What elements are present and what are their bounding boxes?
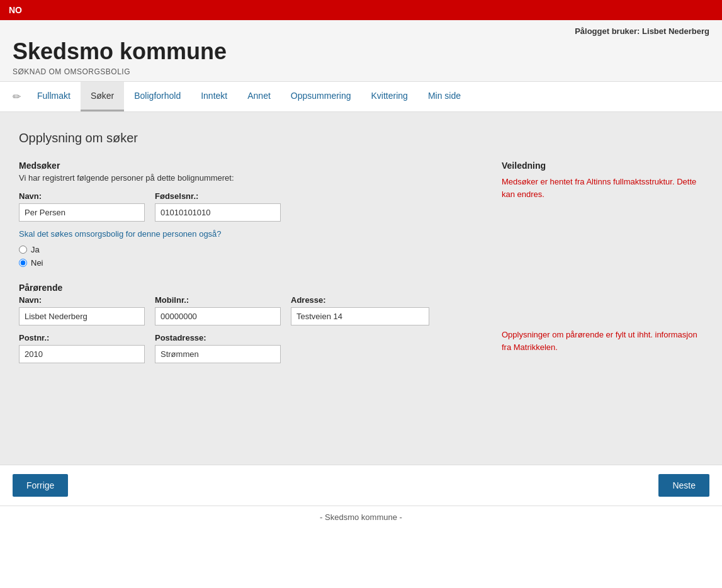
paarorende-adresse-group: Adresse: [291,295,429,325]
medsoeker-fields-row: Navn: Fødselsnr.: [19,191,477,222]
radio-ja-label[interactable]: Ja [19,245,477,254]
form-right: Veiledning Medsøker er hentet fra Altinn… [502,161,703,371]
veiledning-title: Veiledning [502,161,703,171]
footer-text: - Skedsmo kommune - [320,512,402,522]
paarorende-postnr-group: Postnr.: [19,333,145,363]
veiledning-text: Medsøker er hentet fra Altinns fullmakts… [502,176,703,200]
paarorende-info-text: Opplysninger om pårørende er fylt ut ihh… [502,329,703,353]
paarorende-name-group: Navn: [19,295,145,325]
nav-tabs: Fullmakt Søker Boligforhold Inntekt Anne… [27,82,471,111]
tab-fullmakt[interactable]: Fullmakt [27,82,81,111]
logged-in-user: Lisbet Nederberg [642,26,709,36]
medsoeker-name-group: Navn: [19,191,145,222]
veiledning-box: Veiledning Medsøker er hentet fra Altinn… [502,161,703,200]
medsoeker-desc: Vi har registrert følgende personer på d… [19,173,477,183]
paarorende-row2: Postnr.: Postadresse: [19,333,477,363]
logged-in-label: Pålogget bruker: [575,26,640,36]
radio-ja[interactable] [19,246,27,254]
medsoekerr-title: Medsøker [19,161,477,171]
neste-button[interactable]: Neste [658,474,709,497]
tab-oppsummering[interactable]: Oppsummering [281,82,361,111]
header-user-info: Pålogget bruker: Lisbet Nederberg [13,26,709,36]
tab-soker[interactable]: Søker [81,82,124,111]
medsoeker-name-input[interactable] [19,203,145,222]
paarorende-postnr-label: Postnr.: [19,333,145,342]
footer: - Skedsmo kommune - [0,506,722,528]
header: Pålogget bruker: Lisbet Nederberg Skedsm… [0,20,722,82]
radio-ja-text: Ja [31,245,40,254]
site-title: Skedsmo kommune [13,38,709,65]
tab-inntekt[interactable]: Inntekt [191,82,237,111]
radio-nei[interactable] [19,259,27,267]
paarorende-section: Pårørende Navn: Mobilnr.: Adresse: [19,283,477,363]
tab-boligforhold[interactable]: Boligforhold [124,82,191,111]
form-layout: Medsøker Vi har registrert følgende pers… [19,161,703,371]
top-bar: NO [0,0,722,20]
form-left: Medsøker Vi har registrert følgende pers… [19,161,477,371]
paarorende-mobil-group: Mobilnr.: [155,295,281,325]
paarorende-row1: Navn: Mobilnr.: Adresse: [19,295,477,325]
omsorgsbolig-question: Skal det søkes omsorgsbolig for denne pe… [19,229,477,239]
language-label: NO [9,5,22,15]
paarorende-name-label: Navn: [19,295,145,305]
paarorende-postadresse-label: Postadresse: [155,333,281,342]
medsoeker-name-label: Navn: [19,191,145,201]
paarorende-veiledning-box: Opplysninger om pårørende er fylt ut ihh… [502,326,703,353]
paarorende-adresse-input[interactable] [291,307,429,325]
medsoeker-foedsel-input[interactable] [155,203,281,222]
tab-annet[interactable]: Annet [237,82,281,111]
right-sections: Veiledning Medsøker er hentet fra Altinn… [502,161,703,353]
medsoeker-foedsel-label: Fødselsnr.: [155,191,281,201]
navigation: ✏ Fullmakt Søker Boligforhold Inntekt An… [0,82,722,112]
paarorende-mobil-input[interactable] [155,307,281,325]
forrige-button[interactable]: Forrige [13,474,68,497]
medsoeker-foedsel-group: Fødselsnr.: [155,191,281,222]
main-content: Opplysning om søker Medsøker Vi har regi… [0,112,722,465]
bottom-navigation: Forrige Neste [0,465,722,506]
paarorende-postadresse-input[interactable] [155,345,281,363]
edit-icon: ✏ [13,91,21,103]
paarorende-name-input[interactable] [19,307,145,325]
paarorende-title: Pårørende [19,283,477,293]
paarorende-postadresse-group: Postadresse: [155,333,281,363]
paarorende-mobil-label: Mobilnr.: [155,295,281,305]
tab-min-side[interactable]: Min side [418,82,471,111]
page-subtitle: SØKNAD OM OMSORGSBOLIG [13,67,709,76]
tab-kvittering[interactable]: Kvittering [361,82,418,111]
radio-nei-label[interactable]: Nei [19,258,477,268]
section-title: Opplysning om søker [19,131,703,145]
paarorende-postnr-input[interactable] [19,345,145,363]
radio-nei-text: Nei [31,258,43,268]
paarorende-adresse-label: Adresse: [291,295,429,305]
omsorgsbolig-radio-group: Ja Nei [19,245,477,268]
